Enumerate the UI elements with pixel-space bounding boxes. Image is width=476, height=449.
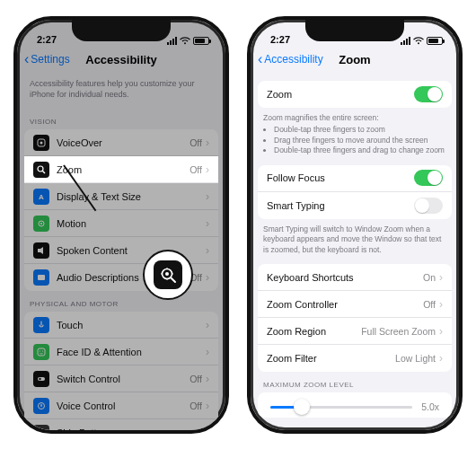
focus-list: Follow Focus Smart Typing <box>258 165 452 219</box>
row-smart-typing[interactable]: Smart Typing <box>258 192 452 219</box>
page-title: Zoom <box>339 53 370 66</box>
svg-point-24 <box>161 273 163 275</box>
row-label: Face ID & Attention <box>57 347 206 357</box>
max-zoom-value: 5.0x <box>421 401 439 412</box>
row-label: Zoom Region <box>267 326 361 337</box>
touch-icon <box>33 317 49 333</box>
max-zoom-label: MAXIMUM ZOOM LEVEL <box>251 372 459 392</box>
row-keyboard-shortcuts[interactable]: Keyboard Shortcuts On › <box>258 264 452 291</box>
row-zoom[interactable]: Zoom Off › <box>24 156 218 183</box>
smart-typing-toggle[interactable] <box>414 198 443 214</box>
row-follow-focus[interactable]: Follow Focus <box>258 165 452 192</box>
svg-point-6 <box>40 223 42 224</box>
chevron-right-icon: › <box>206 163 209 176</box>
motion-icon <box>33 216 49 232</box>
device-notch <box>305 20 404 41</box>
row-label: Smart Typing <box>267 200 414 211</box>
chevron-right-icon: › <box>206 136 209 149</box>
smart-typing-description: Smart Typing will switch to Window Zoom … <box>251 219 459 264</box>
wifi-icon <box>180 37 190 45</box>
status-time: 2:27 <box>37 34 57 45</box>
physical-list: Touch › Face ID & Attention › Switch Con… <box>24 312 218 430</box>
row-value: Low Light <box>395 353 436 364</box>
audio-descriptions-icon <box>33 269 49 286</box>
svg-rect-7 <box>38 275 45 280</box>
svg-point-2 <box>38 166 43 172</box>
follow-focus-toggle[interactable] <box>414 170 443 186</box>
row-motion[interactable]: Motion › <box>24 210 218 237</box>
zoom-options-list: Keyboard Shortcuts On › Zoom Controller … <box>258 264 452 372</box>
row-label: Zoom Controller <box>267 299 423 310</box>
zoom-description: Zoom magnifies the entire screen: Double… <box>251 108 459 165</box>
chevron-right-icon: › <box>206 346 209 358</box>
accessibility-screen-phone: 2:27 ‹ Settings Accessibility Accessibil… <box>13 16 229 434</box>
row-label: Keyboard Shortcuts <box>267 272 423 283</box>
row-zoom-toggle[interactable]: Zoom <box>258 81 452 108</box>
max-zoom-slider[interactable] <box>270 406 412 409</box>
row-switch-control[interactable]: Switch Control Off › <box>24 365 218 392</box>
chevron-right-icon: › <box>206 373 209 385</box>
row-label: Display & Text Size <box>57 191 206 202</box>
svg-text:A: A <box>39 193 44 201</box>
row-voice-control[interactable]: Voice Control Off › <box>24 392 218 419</box>
row-side-button[interactable]: Side Button › <box>24 419 218 430</box>
back-label: Settings <box>31 53 69 66</box>
zoom-main-list: Zoom <box>258 81 452 108</box>
back-button[interactable]: ‹ Accessibility <box>258 52 323 66</box>
row-zoom-filter[interactable]: Zoom Filter Low Light › <box>258 345 452 372</box>
row-label: VoiceOver <box>57 137 190 148</box>
chevron-right-icon: › <box>439 298 443 311</box>
row-label: Switch Control <box>57 374 190 384</box>
chevron-right-icon: › <box>206 217 209 230</box>
faceid-icon <box>33 344 49 360</box>
zoom-icon-callout <box>143 250 193 300</box>
row-display-text-size[interactable]: A Display & Text Size › <box>24 183 218 210</box>
voiceover-icon <box>33 135 49 151</box>
display-text-icon: A <box>33 189 49 205</box>
side-button-icon <box>33 425 49 430</box>
row-label: Zoom <box>57 164 190 175</box>
row-voiceover[interactable]: VoiceOver Off › <box>24 129 218 156</box>
svg-line-3 <box>43 171 46 173</box>
section-header-physical: PHYSICAL AND MOTOR <box>17 291 225 312</box>
chevron-right-icon: › <box>206 244 209 257</box>
row-zoom-controller[interactable]: Zoom Controller Off › <box>258 291 452 318</box>
row-faceid[interactable]: Face ID & Attention › <box>24 339 218 365</box>
nav-bar: ‹ Settings Accessibility <box>17 45 225 74</box>
row-label: Follow Focus <box>267 172 414 183</box>
row-label: Voice Control <box>57 401 190 411</box>
chevron-right-icon: › <box>206 190 209 203</box>
chevron-left-icon: ‹ <box>24 52 29 66</box>
row-label: Zoom Filter <box>267 353 395 364</box>
chevron-right-icon: › <box>206 427 209 430</box>
svg-rect-14 <box>40 404 41 407</box>
row-max-zoom-slider[interactable]: 5.0x <box>258 392 452 418</box>
row-zoom-region[interactable]: Zoom Region Full Screen Zoom › <box>258 318 452 345</box>
status-time: 2:27 <box>270 34 290 45</box>
chevron-right-icon: › <box>206 400 209 412</box>
row-spoken-content[interactable]: Spoken Content › <box>24 237 218 264</box>
cellular-icon <box>401 37 410 45</box>
svg-point-10 <box>42 350 43 351</box>
svg-point-22 <box>166 268 168 269</box>
svg-point-20 <box>165 272 169 276</box>
row-touch[interactable]: Touch › <box>24 312 218 339</box>
zoom-icon-large <box>154 260 182 289</box>
zoom-toggle[interactable] <box>414 86 443 102</box>
chevron-right-icon: › <box>206 319 209 331</box>
device-notch <box>72 20 171 41</box>
chevron-right-icon: › <box>206 271 209 284</box>
svg-rect-15 <box>39 429 43 430</box>
svg-rect-8 <box>38 348 45 356</box>
battery-icon <box>427 37 443 45</box>
chevron-right-icon: › <box>439 271 443 284</box>
back-button[interactable]: ‹ Settings <box>24 52 70 66</box>
intro-text: Accessibility features help you customiz… <box>17 74 225 109</box>
zoom-icon <box>33 162 49 178</box>
row-value: Off <box>190 401 202 411</box>
zoom-settings-phone: 2:27 ‹ Accessibility Zoom <box>247 16 463 434</box>
row-label: Zoom <box>267 89 414 100</box>
cellular-icon <box>167 37 177 45</box>
svg-rect-11 <box>38 377 45 381</box>
svg-point-12 <box>39 378 40 380</box>
